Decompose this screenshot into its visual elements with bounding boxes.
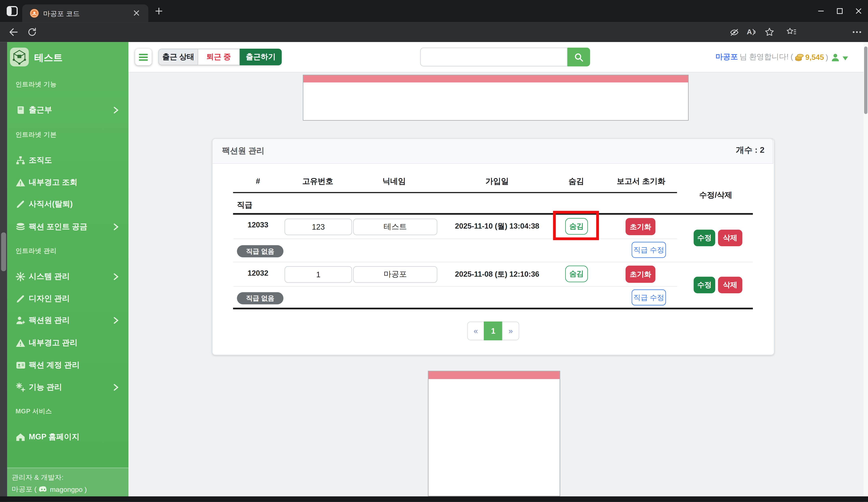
sidebar-item-account-mgmt[interactable]: 팩션 계정 관리 — [7, 357, 128, 374]
browser-tab[interactable]: 마공포 코드 — [22, 4, 148, 22]
top-panel-header-bar — [303, 75, 688, 82]
user-menu-icon[interactable] — [830, 53, 840, 62]
window-maximize-button[interactable] — [830, 0, 849, 22]
unique-no-input[interactable] — [285, 266, 352, 283]
sidebar-item-mgp-homepage[interactable]: MGP 홈페이지 — [7, 429, 128, 446]
pen-icon — [16, 294, 25, 304]
pagination-page-1[interactable]: 1 — [484, 322, 503, 340]
read-aloud-icon[interactable]: A — [747, 28, 756, 36]
search-icon — [574, 52, 583, 62]
hide-button[interactable]: 숨김 — [565, 266, 588, 282]
sidebar-section-intranet-basic: 인트라넷 기본 — [16, 130, 121, 139]
chevron-right-icon — [113, 106, 119, 114]
sidebar-item-resignation[interactable]: 사직서(탈퇴) — [7, 196, 128, 212]
col-header-nickname: 닉네임 — [361, 177, 427, 186]
pagination-next-button[interactable]: » — [502, 322, 519, 340]
app-logo[interactable] — [10, 48, 29, 66]
attendance-state-value: 퇴근 중 — [198, 49, 240, 65]
rank-badge: 직급 없음 — [237, 292, 283, 304]
hamburger-icon — [139, 53, 148, 61]
window-close-button[interactable] — [849, 0, 868, 22]
pagination-prev-button[interactable]: « — [467, 322, 485, 340]
new-tab-button[interactable] — [155, 7, 163, 15]
header-divider — [233, 192, 677, 193]
sidebar-item-design-mgmt[interactable]: 디자인 관리 — [7, 291, 128, 307]
rank-edit-button[interactable]: 직급 수정 — [632, 242, 666, 258]
nickname-input[interactable] — [353, 266, 437, 283]
sidebar-item-warning-mgmt[interactable]: 내부경고 관리 — [7, 335, 128, 352]
chevron-right-icon — [113, 273, 119, 281]
sidebar-scrollbar-track[interactable] — [0, 42, 7, 502]
clock-in-button[interactable]: 출근하기 — [240, 49, 282, 65]
pen-icon — [16, 199, 25, 209]
gears-icon — [16, 382, 26, 392]
warning-icon — [16, 338, 25, 348]
welcome-message: 마공포 님 환영합니다! ( 9,545 ) — [715, 52, 828, 62]
favorite-star-icon[interactable] — [765, 28, 774, 36]
window-minimize-button[interactable] — [812, 0, 830, 22]
row-no: 12033 — [236, 221, 280, 229]
joined-date: 2025-11-10 (월) 13:04:38 — [447, 221, 547, 231]
sidebar-item-system-mgmt[interactable]: 시스템 관리 — [7, 268, 128, 285]
panel-title: 팩션원 관리 — [222, 146, 265, 156]
window-bottom-edge — [0, 496, 868, 502]
col-header-edit-delete: 수정/삭제 — [683, 190, 749, 200]
tab-workspaces-icon[interactable] — [7, 6, 18, 16]
attendance-status-label: 출근 상태 — [158, 49, 198, 65]
chevron-right-icon — [113, 384, 119, 391]
id-card-icon — [16, 360, 26, 370]
coins-icon — [16, 222, 25, 232]
search-button[interactable] — [568, 48, 590, 66]
settings-menu-icon[interactable] — [852, 31, 861, 33]
points-value: 9,545 — [805, 53, 824, 61]
site-favicon — [30, 9, 39, 18]
unique-no-input[interactable] — [285, 219, 352, 235]
sidebar-item-faction-points[interactable]: 팩션 포인트 공금 — [7, 219, 128, 235]
user-menu-caret-icon[interactable] — [843, 56, 848, 60]
report-reset-button[interactable]: 초기화 — [626, 218, 655, 235]
page-scrollbar-thumb[interactable] — [864, 46, 867, 114]
sidebar-section-intranet-admin: 인트라넷 관리 — [16, 247, 121, 255]
search-input[interactable] — [420, 48, 568, 66]
welcome-username: 마공포 — [715, 52, 738, 62]
annotation-highlight-box — [553, 211, 599, 240]
book-icon — [16, 105, 25, 115]
sidebar-item-feature-mgmt[interactable]: 기능 관리 — [7, 379, 128, 396]
col-header-report-reset: 보고서 초기화 — [608, 177, 674, 186]
attendance-control-group: 출근 상태 퇴근 중 출근하기 — [158, 49, 282, 65]
menu-toggle-button[interactable] — [135, 49, 152, 65]
delete-button[interactable]: 삭제 — [718, 277, 742, 293]
back-button[interactable] — [9, 28, 18, 36]
report-reset-button[interactable]: 초기화 — [626, 266, 655, 283]
chevron-right-icon — [113, 223, 119, 231]
discord-icon — [39, 486, 48, 493]
edit-button[interactable]: 수정 — [694, 230, 715, 246]
favorites-bar-icon[interactable] — [787, 28, 797, 36]
tracking-prevention-icon[interactable] — [730, 28, 739, 36]
footer-role-label: 관리자 & 개발자: — [12, 473, 63, 482]
sidebar-item-warning-lookup[interactable]: 내부경고 조회 — [7, 174, 128, 191]
header-bottom-divider — [233, 213, 753, 215]
sidebar-item-attendance-book[interactable]: 출근부 — [7, 102, 128, 118]
rank-edit-button[interactable]: 직급 수정 — [632, 290, 666, 305]
nickname-input[interactable] — [353, 219, 437, 235]
col-header-unique: 고유번호 — [285, 177, 351, 186]
bottom-partial-panel — [428, 371, 560, 496]
tab-title: 마공포 코드 — [43, 9, 80, 19]
app-title: 테스트 — [34, 52, 62, 64]
sidebar-scrollbar-thumb[interactable] — [1, 232, 6, 271]
table-bottom-divider — [233, 308, 753, 309]
refresh-button[interactable] — [28, 28, 37, 36]
tab-close-icon[interactable] — [133, 9, 140, 17]
user-gear-icon — [16, 315, 26, 325]
row-divider — [234, 286, 677, 287]
bottom-panel-header-bar — [428, 372, 560, 379]
row-no: 12032 — [236, 269, 280, 277]
sidebar-item-member-mgmt[interactable]: 팩션원 관리 — [7, 312, 128, 329]
sidebar-item-org-chart[interactable]: 조직도 — [7, 152, 128, 169]
edit-button[interactable]: 수정 — [694, 277, 715, 293]
col-header-hidden: 숨김 — [549, 177, 604, 186]
footer-developer: 마공포 ( magongpo ) — [12, 485, 87, 494]
delete-button[interactable]: 삭제 — [718, 230, 742, 246]
window-controls — [812, 0, 868, 22]
